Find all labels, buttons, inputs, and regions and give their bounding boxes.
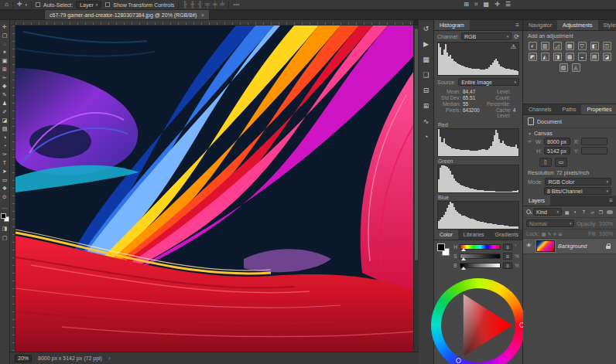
scrollbar-thumb[interactable] bbox=[415, 29, 418, 260]
clone-stamp-tool[interactable]: ♟ bbox=[0, 99, 9, 107]
bit-depth-dropdown[interactable]: 8 Bits/Channel ▾ bbox=[544, 187, 611, 195]
arrange-documents-icon[interactable]: ⊞ bbox=[464, 0, 469, 9]
tab-styles[interactable]: Styles bbox=[598, 20, 616, 30]
zoom-level-field[interactable]: 20% bbox=[15, 355, 32, 362]
tab-libraries[interactable]: Libraries bbox=[458, 230, 490, 240]
height-field[interactable]: 5142 px bbox=[544, 147, 570, 155]
lock-artboard-icon[interactable]: ⊞ bbox=[558, 231, 562, 236]
auto-select-checkbox[interactable] bbox=[36, 2, 40, 7]
grid-icon[interactable]: ▦ bbox=[484, 0, 490, 9]
panel-menu-icon[interactable]: ≡ bbox=[606, 196, 616, 206]
dodge-tool[interactable]: ◔ bbox=[0, 141, 9, 150]
saturation-value-field[interactable]: 0 bbox=[503, 253, 512, 260]
guides-icon[interactable]: ⌗ bbox=[474, 0, 478, 9]
close-icon[interactable]: × bbox=[200, 12, 204, 19]
foreground-background-swatches[interactable] bbox=[437, 243, 450, 256]
move-tool-icon[interactable]: ✛ bbox=[17, 0, 22, 9]
filter-smart-objects-icon[interactable]: ❒ bbox=[597, 209, 604, 216]
align-bottom-edges-icon[interactable]: ╧ bbox=[221, 0, 225, 9]
hue-saturation-icon[interactable]: ◧ bbox=[590, 42, 599, 50]
edit-toolbar-icon[interactable]: … bbox=[2, 204, 8, 209]
width-field[interactable]: 8000 px bbox=[544, 138, 570, 145]
panel-menu-icon[interactable]: ≡ bbox=[512, 20, 522, 30]
tab-color[interactable]: Color bbox=[434, 230, 458, 240]
opacity-value[interactable]: 100% bbox=[599, 221, 613, 226]
lock-transparency-icon[interactable]: ▩ bbox=[542, 231, 546, 236]
align-horizontal-centers-icon[interactable]: ╫ bbox=[190, 0, 195, 9]
hue-value-field[interactable]: 0 bbox=[503, 243, 512, 250]
slider-handle[interactable] bbox=[461, 257, 466, 260]
y-field[interactable] bbox=[581, 147, 607, 155]
filter-shape-layers-icon[interactable]: ▱ bbox=[589, 209, 596, 216]
pen-tool[interactable]: ✑ bbox=[0, 150, 9, 158]
pan-icon[interactable]: ✛ bbox=[495, 0, 500, 9]
filter-type-layers-icon[interactable]: T bbox=[580, 209, 587, 216]
color-wheel[interactable] bbox=[431, 278, 525, 364]
lasso-tool[interactable]: ◌ bbox=[0, 39, 9, 48]
brightness-slider[interactable] bbox=[460, 263, 501, 268]
saturation-slider[interactable] bbox=[460, 253, 501, 259]
orientation-portrait-button[interactable]: ▯ bbox=[539, 158, 552, 167]
align-top-edges-icon[interactable]: ╤ bbox=[205, 0, 210, 9]
invert-icon[interactable]: ◒ bbox=[578, 53, 587, 61]
screen-mode-icon[interactable]: ▢ bbox=[2, 235, 8, 241]
foreground-background-swatches[interactable] bbox=[1, 213, 9, 222]
paragraph-panel-icon[interactable]: ⊞ bbox=[420, 100, 433, 111]
move-tool[interactable]: ✛ bbox=[0, 22, 9, 31]
tab-paths[interactable]: Paths bbox=[557, 104, 582, 114]
foreground-color-swatch[interactable] bbox=[437, 243, 445, 251]
character-panel-icon[interactable]: ⊟ bbox=[420, 85, 433, 96]
eraser-tool[interactable]: ◪ bbox=[0, 116, 9, 124]
foreground-color-swatch[interactable] bbox=[1, 213, 6, 219]
slider-handle[interactable] bbox=[461, 248, 466, 251]
workspace-switcher-icon[interactable]: ☰ bbox=[505, 0, 511, 9]
document-tab[interactable]: c67-79 gamer-and-creator-1280307384.jpg … bbox=[44, 9, 210, 19]
color-balance-icon[interactable]: ◫ bbox=[603, 42, 611, 50]
vibrance-icon[interactable]: ▽ bbox=[578, 42, 587, 50]
x-field[interactable] bbox=[581, 138, 607, 145]
tab-gradients[interactable]: Gradients bbox=[490, 230, 524, 240]
history-brush-tool[interactable]: ✐ bbox=[0, 107, 9, 116]
filter-pixel-layers-icon[interactable]: ▦ bbox=[563, 209, 570, 216]
channel-dropdown[interactable]: RGB ▾ bbox=[461, 32, 512, 40]
brightness-value-field[interactable]: 0 bbox=[503, 262, 512, 269]
more-options-icon[interactable]: ••• bbox=[233, 0, 239, 9]
lock-position-icon[interactable]: ✛ bbox=[553, 231, 556, 236]
layer-visibility-icon[interactable] bbox=[526, 243, 533, 250]
actions-panel-icon[interactable]: ▶ bbox=[420, 39, 433, 49]
hue-slider[interactable] bbox=[460, 244, 501, 250]
tab-properties[interactable]: Properties bbox=[581, 104, 616, 114]
channel-mixer-icon[interactable]: ◨ bbox=[553, 53, 562, 61]
type-tool[interactable]: T bbox=[0, 158, 9, 167]
filter-kind-dropdown[interactable]: Kind ▾ bbox=[533, 208, 562, 216]
tab-layers[interactable]: Layers bbox=[523, 196, 550, 206]
crop-tool[interactable]: ▣ bbox=[0, 56, 9, 65]
auto-select-dropdown[interactable]: Layer ▾ bbox=[76, 1, 101, 9]
quick-mask-icon[interactable]: ◨ bbox=[2, 226, 8, 232]
brightness-contrast-icon[interactable]: ◐ bbox=[529, 42, 537, 50]
black-white-icon[interactable]: ◩ bbox=[529, 53, 537, 61]
path-selection-tool[interactable]: ➤ bbox=[0, 167, 9, 175]
chevron-down-icon[interactable]: ▾ bbox=[26, 2, 28, 7]
selective-color-icon[interactable]: ◬ bbox=[572, 63, 580, 72]
clone-source-panel-icon[interactable]: ❏ bbox=[420, 70, 433, 80]
blend-mode-dropdown[interactable]: Normal ▾ bbox=[526, 219, 574, 227]
filter-toggle[interactable] bbox=[607, 210, 613, 214]
posterize-icon[interactable]: ▤ bbox=[590, 53, 599, 61]
zoom-tool[interactable]: ⊙ bbox=[0, 192, 9, 201]
fill-value[interactable]: 100% bbox=[599, 231, 613, 236]
tab-channels[interactable]: Channels bbox=[523, 104, 557, 114]
chevron-down-icon[interactable]: ▼ bbox=[528, 131, 532, 136]
gradient-tool[interactable]: ▨ bbox=[0, 124, 9, 133]
layer-row-background[interactable]: Background bbox=[523, 239, 616, 254]
eyedropper-tool[interactable]: ✁ bbox=[0, 73, 9, 82]
triangle-selector[interactable] bbox=[456, 358, 461, 363]
show-transform-checkbox[interactable] bbox=[105, 2, 110, 7]
threshold-icon[interactable]: ◪ bbox=[603, 53, 611, 61]
refresh-histogram-icon[interactable]: ⟳ bbox=[514, 33, 519, 40]
tab-adjustments[interactable]: Adjustments bbox=[557, 20, 598, 30]
lock-pixels-icon[interactable]: ✎ bbox=[547, 231, 551, 236]
notes-panel-icon[interactable]: ◔ bbox=[420, 131, 433, 142]
levels-icon[interactable]: ▥ bbox=[541, 42, 549, 50]
frame-tool[interactable]: ⊞ bbox=[0, 65, 9, 73]
